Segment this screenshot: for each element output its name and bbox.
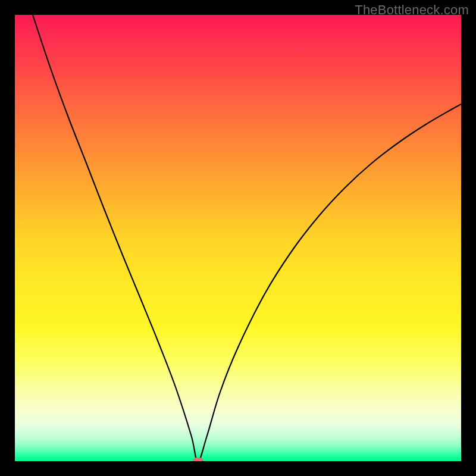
chart-frame: TheBottleneck.com bbox=[0, 0, 476, 476]
watermark-label: TheBottleneck.com bbox=[355, 2, 469, 18]
gradient-background bbox=[15, 15, 461, 461]
plot-area bbox=[15, 15, 461, 461]
optimal-point-marker bbox=[193, 458, 203, 461]
